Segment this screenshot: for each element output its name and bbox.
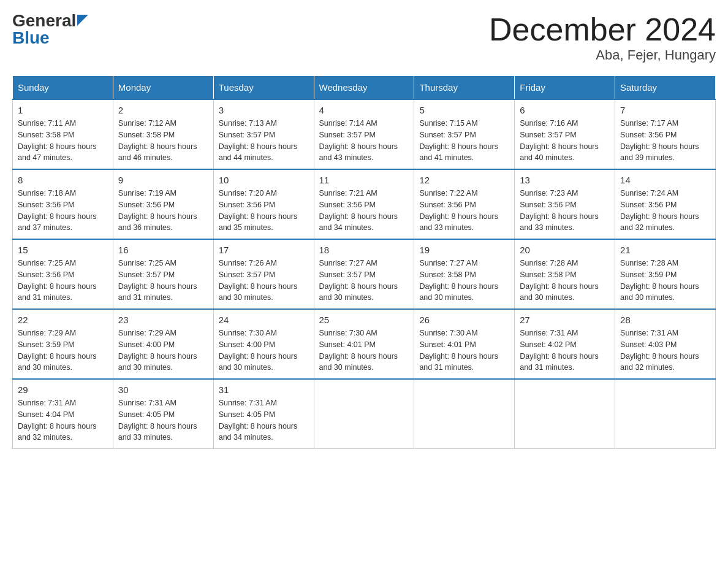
day-number: 1 (18, 105, 108, 115)
calendar-week-2: 8 Sunrise: 7:18 AMSunset: 3:56 PMDayligh… (13, 169, 716, 239)
day-info: Sunrise: 7:11 AMSunset: 3:58 PMDaylight:… (18, 118, 108, 164)
table-row: 19 Sunrise: 7:27 AMSunset: 3:58 PMDaylig… (414, 239, 515, 309)
table-row: 21 Sunrise: 7:28 AMSunset: 3:59 PMDaylig… (615, 239, 716, 309)
day-number: 27 (520, 315, 610, 325)
day-number: 19 (419, 245, 509, 255)
table-row: 25 Sunrise: 7:30 AMSunset: 4:01 PMDaylig… (314, 309, 414, 379)
day-number: 10 (219, 175, 309, 185)
day-info: Sunrise: 7:25 AMSunset: 3:57 PMDaylight:… (118, 258, 208, 304)
col-sunday: Sunday (13, 76, 113, 100)
day-number: 12 (419, 175, 509, 185)
col-wednesday: Wednesday (314, 76, 414, 100)
day-number: 2 (118, 105, 208, 115)
table-row: 13 Sunrise: 7:23 AMSunset: 3:56 PMDaylig… (515, 169, 615, 239)
day-info: Sunrise: 7:27 AMSunset: 3:57 PMDaylight:… (319, 258, 409, 304)
col-monday: Monday (113, 76, 213, 100)
calendar-table: Sunday Monday Tuesday Wednesday Thursday… (12, 75, 716, 449)
table-row: 24 Sunrise: 7:30 AMSunset: 4:00 PMDaylig… (213, 309, 314, 379)
day-info: Sunrise: 7:20 AMSunset: 3:56 PMDaylight:… (219, 188, 309, 234)
day-info: Sunrise: 7:31 AMSunset: 4:03 PMDaylight:… (620, 327, 710, 373)
table-row (314, 379, 414, 449)
table-row: 18 Sunrise: 7:27 AMSunset: 3:57 PMDaylig… (314, 239, 414, 309)
day-number: 22 (18, 315, 108, 325)
table-row: 2 Sunrise: 7:12 AMSunset: 3:58 PMDayligh… (113, 99, 213, 169)
day-info: Sunrise: 7:18 AMSunset: 3:56 PMDaylight:… (18, 188, 108, 234)
table-row: 31 Sunrise: 7:31 AMSunset: 4:05 PMDaylig… (213, 379, 314, 449)
table-row: 17 Sunrise: 7:26 AMSunset: 3:57 PMDaylig… (213, 239, 314, 309)
day-number: 29 (18, 385, 108, 395)
table-row: 10 Sunrise: 7:20 AMSunset: 3:56 PMDaylig… (213, 169, 314, 239)
day-info: Sunrise: 7:30 AMSunset: 4:01 PMDaylight:… (419, 327, 509, 373)
table-row: 12 Sunrise: 7:22 AMSunset: 3:56 PMDaylig… (414, 169, 515, 239)
day-info: Sunrise: 7:28 AMSunset: 3:58 PMDaylight:… (520, 258, 610, 304)
day-info: Sunrise: 7:23 AMSunset: 3:56 PMDaylight:… (520, 188, 610, 234)
table-row: 6 Sunrise: 7:16 AMSunset: 3:57 PMDayligh… (515, 99, 615, 169)
month-title: December 2024 (489, 12, 716, 47)
col-friday: Friday (515, 76, 615, 100)
table-row: 5 Sunrise: 7:15 AMSunset: 3:57 PMDayligh… (414, 99, 515, 169)
day-info: Sunrise: 7:31 AMSunset: 4:04 PMDaylight:… (18, 397, 108, 443)
day-info: Sunrise: 7:29 AMSunset: 3:59 PMDaylight:… (18, 327, 108, 373)
calendar-week-5: 29 Sunrise: 7:31 AMSunset: 4:04 PMDaylig… (13, 379, 716, 449)
day-info: Sunrise: 7:30 AMSunset: 4:00 PMDaylight:… (219, 327, 309, 373)
day-number: 9 (118, 175, 208, 185)
day-info: Sunrise: 7:17 AMSunset: 3:56 PMDaylight:… (620, 118, 710, 164)
day-number: 4 (319, 105, 409, 115)
day-number: 17 (219, 245, 309, 255)
table-row (515, 379, 615, 449)
day-number: 24 (219, 315, 309, 325)
table-row: 29 Sunrise: 7:31 AMSunset: 4:04 PMDaylig… (13, 379, 113, 449)
day-info: Sunrise: 7:15 AMSunset: 3:57 PMDaylight:… (419, 118, 509, 164)
day-info: Sunrise: 7:27 AMSunset: 3:58 PMDaylight:… (419, 258, 509, 304)
day-info: Sunrise: 7:25 AMSunset: 3:56 PMDaylight:… (18, 258, 108, 304)
day-number: 28 (620, 315, 710, 325)
calendar-header-row: Sunday Monday Tuesday Wednesday Thursday… (13, 76, 716, 100)
table-row: 27 Sunrise: 7:31 AMSunset: 4:02 PMDaylig… (515, 309, 615, 379)
day-number: 16 (118, 245, 208, 255)
day-number: 20 (520, 245, 610, 255)
day-number: 6 (520, 105, 610, 115)
calendar-week-1: 1 Sunrise: 7:11 AMSunset: 3:58 PMDayligh… (13, 99, 716, 169)
day-number: 25 (319, 315, 409, 325)
title-area: December 2024 Aba, Fejer, Hungary (489, 12, 716, 63)
table-row: 23 Sunrise: 7:29 AMSunset: 4:00 PMDaylig… (113, 309, 213, 379)
table-row: 8 Sunrise: 7:18 AMSunset: 3:56 PMDayligh… (13, 169, 113, 239)
table-row (615, 379, 716, 449)
day-info: Sunrise: 7:30 AMSunset: 4:01 PMDaylight:… (319, 327, 409, 373)
col-tuesday: Tuesday (213, 76, 314, 100)
logo-arrow-icon (77, 15, 88, 26)
table-row: 4 Sunrise: 7:14 AMSunset: 3:57 PMDayligh… (314, 99, 414, 169)
table-row: 30 Sunrise: 7:31 AMSunset: 4:05 PMDaylig… (113, 379, 213, 449)
day-info: Sunrise: 7:26 AMSunset: 3:57 PMDaylight:… (219, 258, 309, 304)
day-number: 14 (620, 175, 710, 185)
day-info: Sunrise: 7:24 AMSunset: 3:56 PMDaylight:… (620, 188, 710, 234)
table-row: 15 Sunrise: 7:25 AMSunset: 3:56 PMDaylig… (13, 239, 113, 309)
day-number: 5 (419, 105, 509, 115)
day-number: 21 (620, 245, 710, 255)
table-row: 28 Sunrise: 7:31 AMSunset: 4:03 PMDaylig… (615, 309, 716, 379)
table-row: 1 Sunrise: 7:11 AMSunset: 3:58 PMDayligh… (13, 99, 113, 169)
page-header: General Blue December 2024 Aba, Fejer, H… (12, 12, 716, 63)
day-info: Sunrise: 7:29 AMSunset: 4:00 PMDaylight:… (118, 327, 208, 373)
day-info: Sunrise: 7:21 AMSunset: 3:56 PMDaylight:… (319, 188, 409, 234)
calendar-week-3: 15 Sunrise: 7:25 AMSunset: 3:56 PMDaylig… (13, 239, 716, 309)
day-info: Sunrise: 7:13 AMSunset: 3:57 PMDaylight:… (219, 118, 309, 164)
day-info: Sunrise: 7:31 AMSunset: 4:05 PMDaylight:… (118, 397, 208, 443)
day-number: 30 (118, 385, 208, 395)
day-info: Sunrise: 7:31 AMSunset: 4:05 PMDaylight:… (219, 397, 309, 443)
day-info: Sunrise: 7:22 AMSunset: 3:56 PMDaylight:… (419, 188, 509, 234)
table-row: 3 Sunrise: 7:13 AMSunset: 3:57 PMDayligh… (213, 99, 314, 169)
table-row: 16 Sunrise: 7:25 AMSunset: 3:57 PMDaylig… (113, 239, 213, 309)
logo-blue-text: Blue (12, 29, 50, 47)
day-number: 23 (118, 315, 208, 325)
col-thursday: Thursday (414, 76, 515, 100)
svg-marker-0 (77, 15, 88, 26)
day-number: 11 (319, 175, 409, 185)
day-number: 7 (620, 105, 710, 115)
day-number: 8 (18, 175, 108, 185)
logo-general-text: General (12, 12, 76, 29)
table-row: 11 Sunrise: 7:21 AMSunset: 3:56 PMDaylig… (314, 169, 414, 239)
day-info: Sunrise: 7:12 AMSunset: 3:58 PMDaylight:… (118, 118, 208, 164)
table-row: 7 Sunrise: 7:17 AMSunset: 3:56 PMDayligh… (615, 99, 716, 169)
logo: General Blue (12, 12, 88, 47)
